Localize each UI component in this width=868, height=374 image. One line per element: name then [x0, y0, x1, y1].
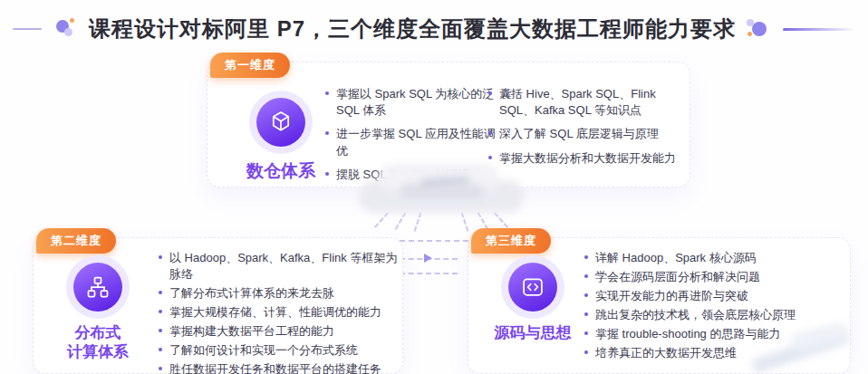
bullet-text: 培养真正的大数据开发思维 — [595, 345, 737, 361]
bullet-dot-icon — [159, 348, 162, 351]
card3-bullets: 详解 Hadoop、Spark 核心源码学会在源码层面分析和解决问题实现开发能力… — [584, 250, 847, 364]
bullet-text: 掌握大规模存储、计算、性能调优的能力 — [169, 304, 381, 321]
page-title: 课程设计对标阿里 P7，三个维度全面覆盖大数据工程师能力要求 — [89, 14, 736, 43]
bullet-item: 摆脱 SQL Boy/Girl 的困境 — [325, 167, 501, 183]
badge-dimension-3: 第三维度 — [471, 228, 551, 254]
bullet-dot-icon — [488, 91, 492, 95]
bullet-dot-icon — [584, 312, 588, 316]
bullet-item: 掌握 trouble-shooting 的思路与能力 — [584, 326, 847, 342]
card1-label: 数仓体系 — [233, 160, 329, 182]
bullet-item: 掌握构建大数据平台工程的能力 — [159, 323, 400, 340]
card1-icon-column: 数仓体系 — [233, 90, 329, 182]
title-right-dots-icon — [747, 15, 772, 43]
bullet-item: 掌握以 Spark SQL 为核心的泛 SQL 体系 — [325, 86, 501, 119]
bullet-text: 跳出复杂的技术栈，领会底层核心原理 — [595, 307, 796, 323]
bullet-dot-icon — [584, 350, 588, 354]
bullet-dot-icon — [584, 293, 588, 297]
card2-icon-column: 分布式 计算体系 — [48, 254, 148, 362]
bullet-item: 胜任数据开发任务和数据平台的搭建任务 — [159, 361, 400, 374]
card2-bullets: 以 Hadoop、Spark、Kafka、Flink 等框架为脉络了解分布式计算… — [159, 250, 400, 374]
bullet-text: 掌握大数据分析和大数据开发能力 — [499, 150, 676, 167]
card3-icon-column: 源码与思想 — [485, 254, 581, 342]
bullet-text: 深入了解 SQL 底层逻辑与原理 — [499, 126, 659, 142]
bullet-text: 了解分布式计算体系的来龙去脉 — [169, 285, 334, 302]
bullet-dot-icon — [325, 131, 329, 135]
connector-line — [400, 240, 468, 242]
bullet-item: 详解 Hadoop、Spark 核心源码 — [584, 250, 847, 266]
title-left-line — [13, 28, 42, 30]
bullet-dot-icon — [159, 255, 162, 259]
badge-dimension-2: 第二维度 — [36, 228, 116, 254]
bullet-dot-icon — [159, 367, 162, 370]
card1-bullets-col2: 囊括 Hive、Spark SQL、Flink SQL、Kafka SQL 等知… — [488, 86, 691, 174]
badge-dimension-1: 第一维度 — [210, 53, 290, 78]
bullet-item: 了解分布式计算体系的来龙去脉 — [159, 285, 400, 302]
bullet-item: 囊括 Hive、Spark SQL、Flink SQL、Kafka SQL 等知… — [488, 86, 691, 119]
bullet-dot-icon — [584, 274, 588, 278]
bullet-dot-icon — [488, 156, 492, 159]
bullet-item: 掌握大规模存储、计算、性能调优的能力 — [159, 304, 400, 321]
connector-ray — [461, 212, 469, 232]
cube-icon — [256, 98, 305, 147]
bullet-dot-icon — [159, 329, 162, 332]
bullet-dot-icon — [159, 291, 162, 294]
card1-bullets-col1: 掌握以 Spark SQL 为核心的泛 SQL 体系进一步掌握 SQL 应用及性… — [325, 86, 501, 190]
sitemap-icon — [73, 263, 122, 312]
connector-line — [400, 273, 458, 274]
code-icon — [508, 263, 557, 312]
arrow-right-icon — [424, 254, 432, 263]
connector-ray — [414, 212, 422, 232]
course-dimensions-infographic: 课程设计对标阿里 P7，三个维度全面覆盖大数据工程师能力要求 第一维度 数仓体系… — [0, 0, 868, 374]
bullet-item: 深入了解 SQL 底层逻辑与原理 — [488, 126, 691, 142]
card3-label: 源码与思想 — [485, 323, 581, 342]
bullet-dot-icon — [159, 310, 162, 313]
bullet-dot-icon — [584, 255, 588, 259]
bullet-dot-icon — [325, 91, 329, 95]
bullet-item: 实现开发能力的再进阶与突破 — [584, 288, 847, 304]
bullet-text: 掌握构建大数据平台工程的能力 — [169, 323, 334, 340]
connector-ray — [374, 212, 389, 228]
bullet-text: 实现开发能力的再进阶与突破 — [595, 288, 748, 304]
bullet-text: 囊括 Hive、Spark SQL、Flink SQL、Kafka SQL 等知… — [499, 86, 691, 119]
bullet-dot-icon — [325, 172, 329, 176]
bullet-item: 进一步掌握 SQL 应用及性能调优 — [325, 126, 501, 158]
bullet-item: 学会在源码层面分析和解决问题 — [584, 269, 847, 285]
bullet-item: 掌握大数据分析和大数据开发能力 — [488, 150, 691, 167]
bullet-item: 培养真正的大数据开发思维 — [584, 345, 847, 361]
bullet-text: 掌握 trouble-shooting 的思路与能力 — [595, 326, 780, 342]
card-data-warehouse: 第一维度 数仓体系 掌握以 Spark SQL 为核心的泛 SQL 体系进一步掌… — [207, 62, 690, 187]
connector-ray — [494, 212, 508, 228]
title-row: 课程设计对标阿里 P7，三个维度全面覆盖大数据工程师能力要求 — [0, 9, 868, 49]
bullet-item: 跳出复杂的技术栈，领会底层核心原理 — [584, 307, 847, 323]
card-distributed-computing: 第二维度 分布式 计算体系 以 Hadoop、Spark、Kafka、Flink… — [33, 237, 403, 374]
bullet-item: 以 Hadoop、Spark、Kafka、Flink 等框架为脉络 — [159, 250, 400, 283]
bullet-text: 以 Hadoop、Spark、Kafka、Flink 等框架为脉络 — [169, 250, 400, 283]
bullet-dot-icon — [584, 331, 588, 335]
bullet-text: 胜任数据开发任务和数据平台的搭建任务 — [169, 361, 381, 374]
bullet-text: 了解如何设计和实现一个分布式系统 — [169, 342, 358, 359]
title-left-dots-icon — [53, 15, 78, 43]
title-right-line — [783, 28, 855, 31]
bullet-dot-icon — [488, 131, 492, 135]
card-source-code: 第三维度 源码与思想 详解 Hadoop、Spark 核心源码学会在源码层面分析… — [468, 237, 851, 374]
bullet-item: 了解如何设计和实现一个分布式系统 — [159, 342, 400, 359]
bullet-text: 掌握以 Spark SQL 为核心的泛 SQL 体系 — [336, 86, 501, 119]
bullet-text: 摆脱 SQL Boy/Girl 的困境 — [336, 167, 470, 183]
bullet-text: 详解 Hadoop、Spark 核心源码 — [595, 250, 757, 266]
card2-label: 分布式 计算体系 — [48, 323, 148, 362]
connector-ray — [395, 212, 407, 230]
bullet-text: 学会在源码层面分析和解决问题 — [595, 269, 760, 285]
bullet-text: 进一步掌握 SQL 应用及性能调优 — [336, 126, 501, 158]
